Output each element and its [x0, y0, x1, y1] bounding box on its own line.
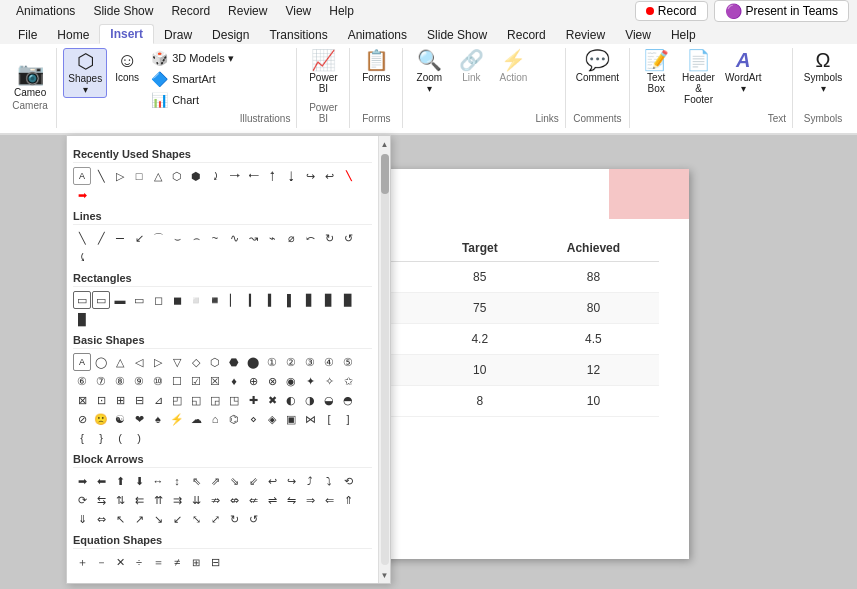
- shape-item[interactable]: ⑤: [339, 353, 357, 371]
- shape-item[interactable]: ⬆: [111, 472, 129, 490]
- shape-item[interactable]: ♠: [149, 410, 167, 428]
- shape-item[interactable]: ③: [301, 353, 319, 371]
- menu-slideshow[interactable]: Slide Show: [85, 2, 161, 20]
- shape-item[interactable]: ⌂: [206, 410, 224, 428]
- shape-item[interactable]: ⬣: [225, 353, 243, 371]
- shape-item[interactable]: ＋: [73, 553, 91, 571]
- shapes-button[interactable]: ⬡ Shapes ▾: [63, 48, 107, 98]
- shape-item[interactable]: ⭡: [263, 167, 281, 185]
- menu-review[interactable]: Review: [220, 2, 275, 20]
- shape-item[interactable]: ▊: [320, 291, 338, 309]
- shape-item[interactable]: ↻: [320, 229, 338, 247]
- shape-item[interactable]: ⬇: [130, 472, 148, 490]
- shape-item[interactable]: ◾: [206, 291, 224, 309]
- shape-item[interactable]: ⇋: [282, 491, 300, 509]
- shape-item[interactable]: ⬡: [168, 167, 186, 185]
- wordart-button[interactable]: A WordArt ▾: [721, 48, 766, 96]
- shape-item[interactable]: ✕: [111, 553, 129, 571]
- shape-item[interactable]: ✖: [263, 391, 281, 409]
- shape-item[interactable]: ⇒: [301, 491, 319, 509]
- shape-item[interactable]: ⊡: [92, 391, 110, 409]
- shape-item[interactable]: ⤢: [206, 510, 224, 528]
- tab-design[interactable]: Design: [202, 26, 259, 44]
- icons-button[interactable]: ☺ Icons: [109, 48, 145, 85]
- shape-item[interactable]: ◼: [168, 291, 186, 309]
- shape-item[interactable]: ⬅: [92, 472, 110, 490]
- shape-item[interactable]: ⟲: [339, 472, 357, 490]
- shape-item[interactable]: ⌬: [225, 410, 243, 428]
- shape-item[interactable]: ↕: [168, 472, 186, 490]
- shape-item[interactable]: ↗: [130, 510, 148, 528]
- shape-item[interactable]: ✚: [244, 391, 262, 409]
- 3d-models-button[interactable]: 🎲 3D Models ▾: [147, 48, 238, 68]
- shape-item[interactable]: ⑧: [111, 372, 129, 390]
- shape-item[interactable]: ④: [320, 353, 338, 371]
- shape-item[interactable]: ➡: [73, 186, 91, 204]
- shape-item[interactable]: ⊕: [244, 372, 262, 390]
- shape-item[interactable]: △: [149, 167, 167, 185]
- shape-item[interactable]: ⇉: [168, 491, 186, 509]
- menu-help[interactable]: Help: [321, 2, 362, 20]
- tab-draw[interactable]: Draw: [154, 26, 202, 44]
- shape-item[interactable]: ⇆: [92, 491, 110, 509]
- symbols-button[interactable]: Ω Symbols ▾: [799, 48, 847, 96]
- link-button[interactable]: 🔗 Link: [451, 48, 491, 85]
- shape-item[interactable]: ✩: [339, 372, 357, 390]
- shape-item[interactable]: ↔: [149, 472, 167, 490]
- textbox-button[interactable]: 📝 Text Box: [636, 48, 676, 96]
- shape-item[interactable]: ↙: [168, 510, 186, 528]
- shape-item[interactable]: ⇍: [244, 491, 262, 509]
- shape-item[interactable]: ✧: [320, 372, 338, 390]
- scroll-thumb[interactable]: [381, 154, 389, 194]
- shape-item[interactable]: ╲: [92, 167, 110, 185]
- tab-help[interactable]: Help: [661, 26, 706, 44]
- shape-item[interactable]: ▋: [301, 291, 319, 309]
- shape-item[interactable]: ✦: [301, 372, 319, 390]
- shape-item[interactable]: ⋄: [244, 410, 262, 428]
- shape-item[interactable]: ◒: [320, 391, 338, 409]
- menu-record[interactable]: Record: [163, 2, 218, 20]
- shape-item[interactable]: ◉: [282, 372, 300, 390]
- chart-button[interactable]: 📊 Chart: [147, 90, 238, 110]
- shape-item[interactable]: ⇑: [339, 491, 357, 509]
- tab-view[interactable]: View: [615, 26, 661, 44]
- shape-item[interactable]: ◑: [301, 391, 319, 409]
- shape-item[interactable]: A: [73, 353, 91, 371]
- shape-item[interactable]: ◽: [187, 291, 205, 309]
- shape-item[interactable]: ↺: [244, 510, 262, 528]
- shape-item[interactable]: ↺: [339, 229, 357, 247]
- shape-item[interactable]: ◻: [149, 291, 167, 309]
- shape-item[interactable]: ─: [111, 229, 129, 247]
- smartart-button[interactable]: 🔷 SmartArt: [147, 69, 238, 89]
- shape-item[interactable]: ⊘: [73, 410, 91, 428]
- shape-item[interactable]: ♦: [225, 372, 243, 390]
- shape-item[interactable]: ⭠: [244, 167, 262, 185]
- shape-item[interactable]: ↩: [263, 472, 281, 490]
- shape-item[interactable]: ◇: [187, 353, 205, 371]
- shape-item[interactable]: ⇓: [73, 510, 91, 528]
- shape-item[interactable]: ＝: [149, 553, 167, 571]
- record-button[interactable]: Record: [635, 1, 708, 21]
- shape-item[interactable]: ➡: [73, 472, 91, 490]
- tab-review[interactable]: Review: [556, 26, 615, 44]
- shape-item[interactable]: ⊞: [187, 553, 205, 571]
- shape-item[interactable]: ◈: [263, 410, 281, 428]
- shape-item[interactable]: ▍: [263, 291, 281, 309]
- shape-item[interactable]: ⇘: [225, 472, 243, 490]
- shape-item[interactable]: ◳: [225, 391, 243, 409]
- shape-item[interactable]: ⭣: [282, 167, 300, 185]
- shape-item[interactable]: ▭: [130, 291, 148, 309]
- shape-item[interactable]: ↪: [301, 167, 319, 185]
- shape-item[interactable]: ⌀: [282, 229, 300, 247]
- shape-item[interactable]: ]: [339, 410, 357, 428]
- scroll-down-button[interactable]: ▼: [379, 567, 390, 583]
- shape-item[interactable]: ↪: [282, 472, 300, 490]
- shape-item[interactable]: ⇐: [320, 491, 338, 509]
- shape-item[interactable]: ▷: [111, 167, 129, 185]
- tab-animations[interactable]: Animations: [338, 26, 417, 44]
- shape-item[interactable]: ⇔: [92, 510, 110, 528]
- shape-item[interactable]: ⇅: [111, 491, 129, 509]
- shape-item[interactable]: ▷: [149, 353, 167, 371]
- powerbi-button[interactable]: 📈 PowerBI: [303, 48, 343, 96]
- shape-item[interactable]: ⑩: [149, 372, 167, 390]
